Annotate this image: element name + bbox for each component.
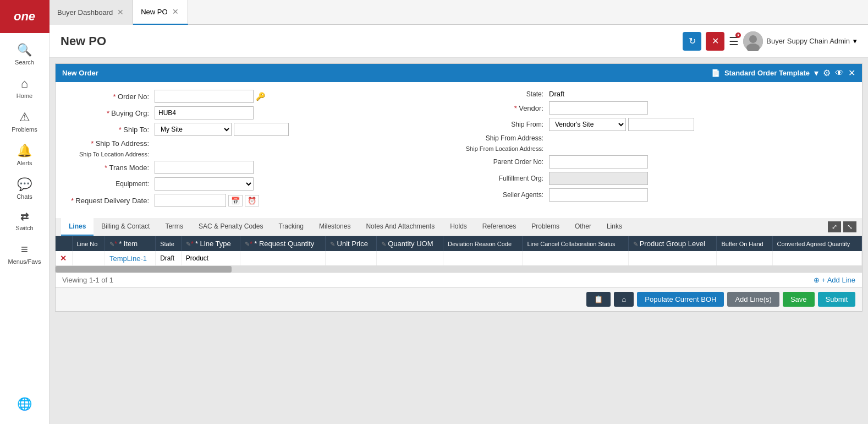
fulfillment-org-row: Fulfillment Org: <box>459 172 853 185</box>
row-state: Draft <box>156 251 182 266</box>
avatar <box>743 31 763 51</box>
template-dropdown-btn[interactable]: ▾ <box>814 68 818 78</box>
row-delete-btn[interactable]: ✕ <box>60 254 67 263</box>
vendor-input[interactable] <box>549 101 648 115</box>
ship-from-extra[interactable] <box>628 118 694 131</box>
equipment-row: Equipment: <box>64 177 459 191</box>
svg-point-1 <box>749 35 757 43</box>
ship-to-label: * Ship To: <box>64 126 152 134</box>
tab-problems[interactable]: Problems <box>524 218 567 236</box>
row-unit-price[interactable] <box>326 251 377 266</box>
tab-tracking[interactable]: Tracking <box>271 218 311 236</box>
parent-order-input[interactable] <box>549 155 648 168</box>
tab-new-po[interactable]: New PO ✕ <box>133 0 188 25</box>
save-btn[interactable]: Save <box>783 292 815 307</box>
parent-order-row: Parent Order No: <box>459 155 853 168</box>
panel-header-right: 📄 Standard Order Template ▾ ⚙ 👁 ✕ <box>711 68 855 78</box>
col-deviation: Deviation Reason Code <box>443 236 522 251</box>
add-line-link[interactable]: ⊕ + Add Line <box>814 276 855 284</box>
horizontal-scrollbar[interactable] <box>56 266 862 273</box>
ship-from-select[interactable]: Vendor's Site <box>549 118 626 131</box>
submit-btn[interactable]: Submit <box>818 292 855 307</box>
sidebar-item-globe[interactable]: 🌐 <box>17 392 32 418</box>
refresh-button[interactable]: ↻ <box>683 32 701 51</box>
row-deviation <box>443 251 522 266</box>
tab-references[interactable]: References <box>475 218 524 236</box>
tab-new-po-close[interactable]: ✕ <box>171 7 180 16</box>
order-no-row: * Order No: 🔑 <box>64 90 459 103</box>
row-request-qty[interactable] <box>240 251 326 266</box>
order-no-input[interactable] <box>155 90 254 103</box>
row-qty-uom[interactable] <box>377 251 443 266</box>
home-icon: ⌂ <box>21 77 28 91</box>
sidebar-item-alerts[interactable]: 🔔 Alerts <box>0 138 49 172</box>
page-title: New PO <box>61 34 683 48</box>
sidebar-item-menus[interactable]: ≡ Menus/Favs <box>0 237 49 270</box>
request-delivery-input[interactable] <box>155 194 226 207</box>
state-label: State: <box>459 90 547 98</box>
ship-from-label: Ship From: <box>459 121 547 128</box>
close-page-button[interactable]: ✕ <box>706 32 724 51</box>
tab-other[interactable]: Other <box>567 218 599 236</box>
user-info[interactable]: Buyer Suppy Chain Admin ▾ <box>743 31 857 51</box>
seller-agents-input[interactable] <box>549 188 648 202</box>
fulfillment-org-input <box>549 172 648 185</box>
populate-boh-btn[interactable]: Populate Current BOH <box>637 292 724 307</box>
chat-icon: 💬 <box>17 177 32 192</box>
tab-holds[interactable]: Holds <box>442 218 475 236</box>
row-buffer <box>717 251 772 266</box>
page-header: New PO ↻ ✕ ☰ ★ Buyer Suppy Chain Admin ▾ <box>50 25 868 58</box>
add-lines-btn[interactable]: Add Line(s) <box>727 292 779 307</box>
new-order-panel: New Order 📄 Standard Order Template ▾ ⚙ … <box>55 63 862 312</box>
form-body: * Order No: 🔑 * Buying Org: * Ship To: M… <box>56 82 862 218</box>
tab-notes[interactable]: Notes And Attachments <box>358 218 442 236</box>
tab-sac[interactable]: SAC & Penalty Codes <box>191 218 271 236</box>
tab-buyer-dashboard[interactable]: Buyer Dashboard ✕ <box>50 0 133 25</box>
ship-to-location-row: Ship To Location Address: <box>64 151 459 157</box>
trans-mode-input[interactable] <box>155 161 254 174</box>
calendar-btn[interactable]: 📅 <box>228 195 243 206</box>
globe-icon: 🌐 <box>17 397 32 411</box>
sidebar-item-search[interactable]: 🔍 Search <box>0 37 49 71</box>
col-delete <box>56 236 72 251</box>
tab-lines[interactable]: Lines <box>61 218 94 236</box>
row-product-group[interactable] <box>628 251 717 266</box>
vendor-label: * Vendor: <box>459 104 547 112</box>
app-logo[interactable]: one <box>0 0 50 33</box>
equipment-select[interactable] <box>155 177 254 191</box>
collapse-table-btn[interactable]: ⤡ <box>843 221 856 232</box>
tab-buyer-dashboard-close[interactable]: ✕ <box>116 8 125 17</box>
sidebar-item-switch[interactable]: ⇄ Switch <box>0 205 49 237</box>
tab-billing[interactable]: Billing & Contact <box>94 218 157 236</box>
notification-area[interactable]: ☰ ★ <box>729 35 739 48</box>
panel-settings-btn[interactable]: ⚙ <box>823 68 831 78</box>
item-link[interactable]: TempLine-1 <box>109 254 147 263</box>
ship-to-row: * Ship To: My Site <box>64 123 459 136</box>
row-item[interactable]: TempLine-1 <box>105 251 156 266</box>
clock-btn[interactable]: ⏰ <box>245 195 259 206</box>
sidebar-item-chats[interactable]: 💬 Chats <box>0 172 49 205</box>
tab-links[interactable]: Links <box>599 218 630 236</box>
sidebar-item-home[interactable]: ⌂ Home <box>0 71 49 105</box>
tab-buyer-dashboard-label: Buyer Dashboard <box>57 8 113 17</box>
tab-milestones[interactable]: Milestones <box>311 218 358 236</box>
buying-org-row: * Buying Org: <box>64 106 459 119</box>
ship-to-select[interactable]: My Site <box>155 123 232 136</box>
sidebar-label-menus: Menus/Favs <box>8 258 41 265</box>
scrollbar-thumb[interactable] <box>56 266 232 273</box>
table-view-btn[interactable]: 📋 <box>586 292 611 307</box>
buying-org-input[interactable] <box>155 106 254 119</box>
expand-table-btn[interactable]: ⤢ <box>828 221 841 232</box>
panel-eye-btn[interactable]: 👁 <box>835 68 844 78</box>
key-icon[interactable]: 🔑 <box>256 92 265 101</box>
ship-from-address-label: Ship From Address: <box>459 134 547 142</box>
state-row: State: Draft <box>459 90 853 98</box>
ship-to-extra[interactable] <box>234 123 289 136</box>
tab-terms[interactable]: Terms <box>157 218 191 236</box>
panel-close-btn[interactable]: ✕ <box>848 68 855 78</box>
content-area: New Order 📄 Standard Order Template ▾ ⚙ … <box>50 58 868 424</box>
bell-icon: 🔔 <box>17 144 32 158</box>
sidebar-item-problems[interactable]: ⚠ Problems <box>0 105 49 138</box>
tab-bar: Buyer Dashboard ✕ New PO ✕ <box>50 0 868 25</box>
home-nav-btn[interactable]: ⌂ <box>614 292 634 307</box>
